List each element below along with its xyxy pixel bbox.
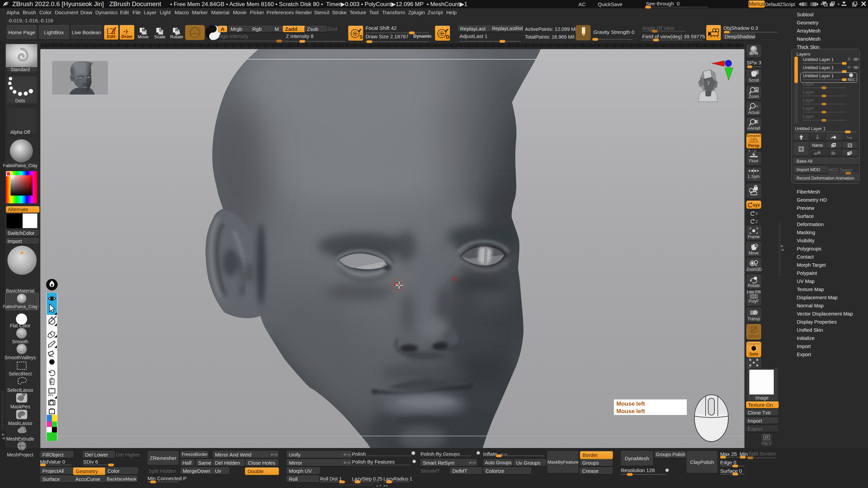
svg-text:M: M — [142, 28, 145, 33]
svg-text:Y: Y — [755, 212, 758, 216]
svg-text:R: R — [175, 28, 178, 33]
svg-text:Rotate: Rotate — [170, 34, 183, 39]
svg-text:Scale: Scale — [154, 34, 165, 39]
svg-text:S: S — [359, 34, 363, 40]
svg-text:Edit: Edit — [107, 34, 116, 39]
svg-text:Z: Z — [755, 220, 758, 224]
svg-text:Mouse left: Mouse left — [616, 408, 645, 414]
svg-text:D: D — [446, 34, 450, 40]
svg-text:Draw: Draw — [121, 34, 133, 39]
svg-text:S: S — [159, 28, 162, 33]
svg-text:Mouse left: Mouse left — [616, 401, 645, 407]
svg-text:x1: x1 — [755, 104, 758, 108]
svg-text:xyz: xyz — [753, 202, 760, 207]
svg-text:Move: Move — [138, 34, 149, 39]
